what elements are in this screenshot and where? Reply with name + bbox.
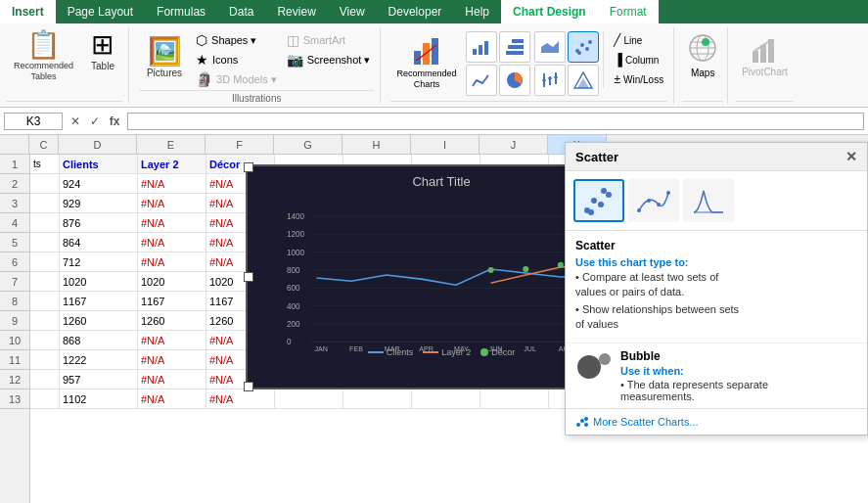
chart-handle-bl[interactable] <box>244 382 253 391</box>
tab-view[interactable]: View <box>328 0 377 23</box>
cell-e8[interactable]: 1167 <box>138 292 206 311</box>
tab-help[interactable]: Help <box>453 0 501 23</box>
screenshot-button[interactable]: 📷 Screenshot ▾ <box>283 51 375 69</box>
bar-chart-button[interactable] <box>499 31 530 63</box>
maps-button[interactable]: Maps <box>682 27 723 82</box>
cell-d13[interactable]: 1102 <box>60 389 138 409</box>
recommended-charts-button[interactable]: RecommendedCharts <box>390 29 462 94</box>
cell-d6[interactable]: 712 <box>60 252 138 272</box>
row-header-3[interactable]: 3 <box>0 194 29 213</box>
row-header-13[interactable]: 13 <box>0 389 29 409</box>
col-header-e[interactable]: E <box>137 135 206 154</box>
tab-chart-design[interactable]: Chart Design <box>501 0 598 23</box>
winloss-sparkline-button[interactable]: ± Win/Loss <box>610 70 667 88</box>
cell-c8[interactable] <box>30 292 60 311</box>
col-header-g[interactable]: G <box>274 135 343 154</box>
tab-page-layout[interactable]: Page Layout <box>56 0 145 23</box>
pie-chart-button[interactable] <box>499 65 530 96</box>
cell-e11[interactable]: #N/A <box>138 350 206 370</box>
row-header-11[interactable]: 11 <box>0 350 29 370</box>
cell-c4[interactable] <box>30 213 60 233</box>
cell-c10[interactable] <box>30 331 60 350</box>
tab-data[interactable]: Data <box>217 0 265 23</box>
cell-d8[interactable]: 1167 <box>60 292 138 311</box>
cell-d1[interactable]: Clients <box>60 155 138 174</box>
cell-g13[interactable] <box>275 389 343 409</box>
scatter-panel-close[interactable]: ✕ <box>845 149 857 164</box>
scatter-dots-button[interactable] <box>573 179 624 222</box>
cell-d3[interactable]: 929 <box>60 194 138 213</box>
row-header-8[interactable]: 8 <box>0 292 29 311</box>
row-header-6[interactable]: 6 <box>0 252 29 272</box>
cell-c9[interactable] <box>30 311 60 331</box>
tab-formulas[interactable]: Formulas <box>145 0 217 23</box>
col-header-i[interactable]: I <box>411 135 480 154</box>
icons-button[interactable]: ★ Icons <box>192 51 281 69</box>
cell-f13[interactable]: #N/A <box>206 389 275 409</box>
cell-e9[interactable]: 1260 <box>138 311 206 331</box>
row-header-1[interactable]: 1 <box>0 155 29 174</box>
col-header-c[interactable]: C <box>29 135 59 154</box>
cell-c12[interactable] <box>30 370 60 389</box>
cell-c13[interactable] <box>30 389 60 409</box>
cell-d5[interactable]: 864 <box>60 233 138 252</box>
cell-e6[interactable]: #N/A <box>138 252 206 272</box>
col-header-h[interactable]: H <box>343 135 411 154</box>
column-chart-button[interactable] <box>466 31 497 63</box>
line-sparkline-button[interactable]: ╱ Line <box>610 31 667 49</box>
tab-developer[interactable]: Developer <box>377 0 454 23</box>
row-header-12[interactable]: 12 <box>0 370 29 389</box>
cell-e5[interactable]: #N/A <box>138 233 206 252</box>
scatter-straight-lines-button[interactable] <box>683 179 734 222</box>
row-header-10[interactable]: 10 <box>0 331 29 350</box>
cell-e3[interactable]: #N/A <box>138 194 206 213</box>
cell-i13[interactable] <box>412 389 480 409</box>
cell-c1[interactable]: ts <box>30 155 60 174</box>
area-chart-button[interactable] <box>534 31 566 63</box>
cell-c6[interactable] <box>30 252 60 272</box>
column-sparkline-button[interactable]: ▐ Column <box>610 51 667 69</box>
cancel-formula-button[interactable]: ✕ <box>67 113 84 130</box>
cell-c3[interactable] <box>30 194 60 213</box>
more-scatter-charts-link[interactable]: More Scatter Charts... <box>566 408 867 434</box>
cell-d11[interactable]: 1222 <box>60 350 138 370</box>
chart-handle-tl[interactable] <box>244 162 253 172</box>
name-box[interactable] <box>4 113 63 130</box>
row-header-7[interactable]: 7 <box>0 272 29 292</box>
surface-chart-button[interactable] <box>568 65 599 96</box>
scatter-chart-button[interactable] <box>568 31 599 63</box>
cell-d9[interactable]: 1260 <box>60 311 138 331</box>
cell-d4[interactable]: 876 <box>60 213 138 233</box>
cell-c5[interactable] <box>30 233 60 252</box>
cell-e13[interactable]: #N/A <box>138 389 206 409</box>
shapes-button[interactable]: ⬡ Shapes ▾ <box>192 31 281 49</box>
cell-d7[interactable]: 1020 <box>60 272 138 292</box>
tab-review[interactable]: Review <box>265 0 327 23</box>
smartart-button[interactable]: ◫ SmartArt <box>283 31 375 49</box>
recommended-tables-button[interactable]: 📋 RecommendedTables <box>6 27 81 86</box>
cell-c7[interactable] <box>30 272 60 292</box>
col-header-d[interactable]: D <box>59 135 137 154</box>
tab-format[interactable]: Format <box>598 0 659 23</box>
cell-d2[interactable]: 924 <box>60 174 138 194</box>
col-header-j[interactable]: J <box>480 135 548 154</box>
cell-c11[interactable] <box>30 350 60 370</box>
cell-e2[interactable]: #N/A <box>138 174 206 194</box>
cell-h13[interactable] <box>343 389 412 409</box>
scatter-lines-button[interactable] <box>628 179 679 222</box>
row-header-5[interactable]: 5 <box>0 233 29 252</box>
cell-e12[interactable]: #N/A <box>138 370 206 389</box>
row-header-2[interactable]: 2 <box>0 174 29 194</box>
cell-e7[interactable]: 1020 <box>138 272 206 292</box>
row-header-9[interactable]: 9 <box>0 311 29 331</box>
3d-models-button[interactable]: 🗿 3D Models ▾ <box>192 70 281 88</box>
cell-d12[interactable]: 957 <box>60 370 138 389</box>
accept-formula-button[interactable]: ✓ <box>86 113 104 130</box>
pictures-button[interactable]: 🖼️ Pictures <box>139 27 190 88</box>
insert-function-button[interactable]: fx <box>106 113 123 130</box>
cell-e1[interactable]: Layer 2 <box>138 155 206 174</box>
cell-e4[interactable]: #N/A <box>138 213 206 233</box>
cell-d10[interactable]: 868 <box>60 331 138 350</box>
pivot-chart-button[interactable]: PivotChart <box>736 27 794 81</box>
tab-insert[interactable]: Insert <box>0 0 56 23</box>
